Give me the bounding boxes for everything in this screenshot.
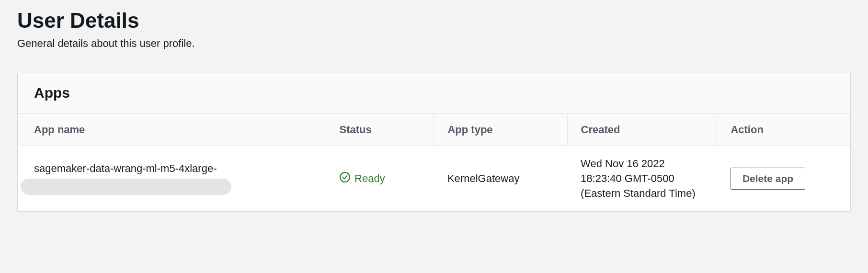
apps-panel: Apps App name Status App type Created Ac… bbox=[17, 73, 851, 212]
col-header-app-type[interactable]: App type bbox=[434, 114, 567, 146]
table-row: sagemaker-data-wrang-ml-m5-4xlarge- Read… bbox=[18, 146, 850, 212]
cell-created: Wed Nov 16 2022 18:23:40 GMT-0500 (Easte… bbox=[567, 146, 717, 212]
status-text: Ready bbox=[354, 172, 385, 185]
page-subtitle: General details about this user profile. bbox=[17, 37, 851, 50]
redacted-placeholder bbox=[21, 179, 231, 195]
col-header-created[interactable]: Created bbox=[567, 114, 717, 146]
cell-action: Delete app bbox=[717, 146, 850, 212]
svg-point-0 bbox=[340, 172, 350, 182]
col-header-status[interactable]: Status bbox=[326, 114, 434, 146]
col-header-action[interactable]: Action bbox=[717, 114, 850, 146]
page-title: User Details bbox=[17, 9, 851, 33]
cell-app-name: sagemaker-data-wrang-ml-m5-4xlarge- bbox=[18, 146, 326, 212]
apps-panel-header: Apps bbox=[18, 73, 850, 114]
page-header: User Details General details about this … bbox=[0, 0, 868, 63]
delete-app-button[interactable]: Delete app bbox=[731, 168, 805, 190]
app-name-text: sagemaker-data-wrang-ml-m5-4xlarge- bbox=[34, 162, 217, 174]
apps-table: App name Status App type Created Action … bbox=[18, 114, 850, 211]
cell-status: Ready bbox=[326, 146, 434, 212]
col-header-app-name[interactable]: App name bbox=[18, 114, 326, 146]
cell-app-type: KernelGateway bbox=[434, 146, 567, 212]
status-ready-icon bbox=[339, 171, 351, 186]
apps-panel-title: Apps bbox=[34, 85, 834, 101]
